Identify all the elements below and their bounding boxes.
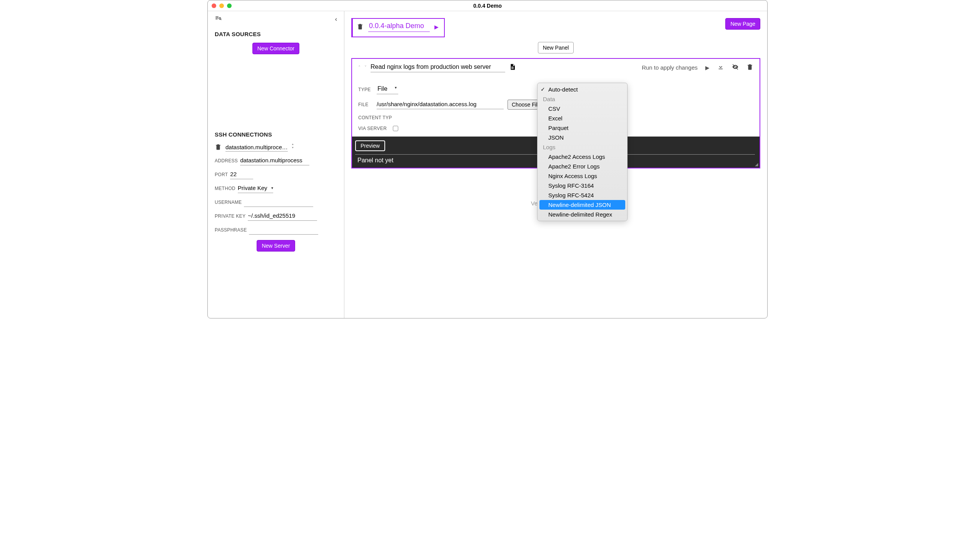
- type-label: TYPE: [358, 87, 373, 92]
- new-connector-button[interactable]: New Connector: [252, 43, 300, 54]
- dropdown-item-parquet[interactable]: Parquet: [538, 123, 627, 133]
- dropdown-group-data: Data: [538, 94, 627, 104]
- private-key-label: PRIVATE KEY: [215, 213, 245, 219]
- ssh-connections-title: SSH CONNECTIONS: [215, 131, 337, 138]
- dropdown-group-logs: Logs: [538, 142, 627, 152]
- port-input[interactable]: [230, 170, 253, 179]
- file-icon: [509, 63, 516, 72]
- resize-handle-icon[interactable]: ◢: [755, 162, 758, 167]
- private-key-input[interactable]: [248, 212, 317, 221]
- chevron-down-icon: ▾: [395, 85, 397, 90]
- collapse-sidebar-icon[interactable]: ‹: [335, 16, 337, 23]
- method-label: METHOD: [215, 186, 235, 191]
- dropdown-item-ndregex[interactable]: Newline-delimited Regex: [538, 210, 627, 219]
- address-label: ADDRESS: [215, 158, 238, 163]
- new-panel-button-top[interactable]: New Panel: [538, 42, 574, 53]
- username-label: USERNAME: [215, 200, 242, 205]
- dropdown-item-json[interactable]: JSON: [538, 133, 627, 142]
- page-tab[interactable]: ▶: [351, 18, 445, 37]
- run-panel-icon[interactable]: ▶: [705, 65, 710, 71]
- new-server-button[interactable]: New Server: [257, 240, 295, 252]
- svg-line-1: [220, 19, 221, 20]
- dropdown-item-apache-access[interactable]: Apache2 Access Logs: [538, 152, 627, 162]
- username-input[interactable]: [244, 198, 313, 207]
- move-panel-down-icon[interactable]: ˅: [364, 65, 367, 70]
- dropdown-item-syslog-5424[interactable]: Syslog RFC-5424: [538, 190, 627, 200]
- new-page-button[interactable]: New Page: [725, 18, 760, 30]
- content-type-dropdown[interactable]: Auto-detect Data CSV Excel Parquet JSON …: [537, 83, 628, 221]
- file-path-input[interactable]: [377, 100, 504, 109]
- ssh-connection-name[interactable]: datastation.multiproce…: [225, 143, 288, 152]
- passphrase-input[interactable]: [249, 225, 318, 235]
- data-sources-title: DATA SOURCES: [215, 31, 337, 37]
- dropdown-item-auto-detect[interactable]: Auto-detect: [538, 85, 627, 94]
- dropdown-item-syslog-3164[interactable]: Syslog RFC-3164: [538, 181, 627, 190]
- content-type-label: CONTENT TYP: [358, 115, 397, 120]
- dropdown-item-apache-error[interactable]: Apache2 Error Logs: [538, 162, 627, 171]
- delete-panel-icon[interactable]: [746, 63, 753, 72]
- method-select[interactable]: Private Key ▾: [238, 184, 273, 193]
- type-value: File: [377, 85, 387, 92]
- delete-connection-icon[interactable]: [215, 143, 222, 152]
- app-body: ‹ DATA SOURCES New Connector SSH CONNECT…: [208, 11, 767, 318]
- play-icon[interactable]: ▶: [434, 24, 439, 30]
- hide-icon[interactable]: [732, 63, 739, 72]
- app-window: 0.0.4 Demo ‹ DATA SOURCES New Connector …: [207, 0, 768, 318]
- chevron-down-icon: ▾: [271, 186, 273, 190]
- window-title: 0.0.4 Demo: [208, 3, 767, 9]
- dropdown-item-nginx-access[interactable]: Nginx Access Logs: [538, 171, 627, 181]
- main-area: ▶ New Page New Panel ˄ ˅ Run to apply ch…: [344, 11, 767, 318]
- type-select[interactable]: File ▾: [377, 85, 398, 94]
- run-hint-text: Run to apply changes: [642, 64, 698, 71]
- file-label: FILE: [358, 102, 373, 107]
- port-label: PORT: [215, 172, 228, 177]
- move-panel-up-icon[interactable]: ˄: [358, 65, 361, 70]
- page-title-input[interactable]: [368, 22, 430, 32]
- expand-connection-icon[interactable]: ˄˅: [292, 144, 294, 150]
- panel-name-input[interactable]: [371, 63, 505, 72]
- preview-button[interactable]: Preview: [355, 140, 385, 151]
- search-list-icon[interactable]: [215, 15, 222, 23]
- passphrase-label: PASSPHRASE: [215, 227, 247, 233]
- dropdown-item-csv[interactable]: CSV: [538, 104, 627, 113]
- trash-icon[interactable]: [357, 23, 364, 31]
- titlebar: 0.0.4 Demo: [208, 0, 767, 11]
- sidebar: ‹ DATA SOURCES New Connector SSH CONNECT…: [208, 11, 344, 318]
- method-value: Private Key: [238, 185, 267, 191]
- address-input[interactable]: [240, 156, 309, 165]
- dropdown-item-excel[interactable]: Excel: [538, 113, 627, 123]
- via-server-label: VIA SERVER: [358, 126, 389, 131]
- via-server-checkbox[interactable]: [393, 126, 398, 131]
- dropdown-item-ndjson[interactable]: Newline-delimited JSON: [539, 200, 625, 210]
- download-icon[interactable]: [717, 63, 724, 72]
